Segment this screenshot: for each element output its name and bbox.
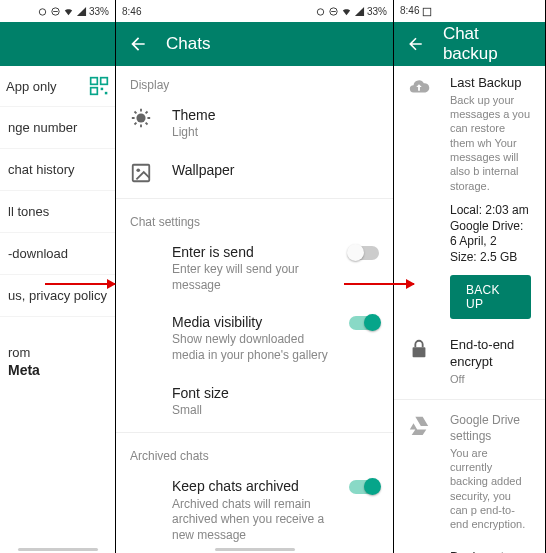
svg-point-13 <box>136 168 140 172</box>
alarm-icon <box>315 6 326 17</box>
battery-text: 33% <box>89 6 109 17</box>
backup-to-gd-row[interactable]: Back up to Google DMonthly <box>394 540 545 553</box>
svg-rect-17 <box>424 8 432 16</box>
wifi-icon <box>341 6 352 17</box>
last-backup-desc: Back up your messages a you can restore … <box>450 93 531 193</box>
google-drive-icon <box>408 414 430 436</box>
cloud-upload-icon <box>408 76 430 98</box>
backup-button[interactable]: BACK UP <box>450 275 531 319</box>
list-item[interactable]: -download <box>0 233 115 275</box>
annotation-arrow <box>45 283 115 285</box>
meta-label: Meta <box>0 362 115 378</box>
section-archived: Archived chats <box>116 437 393 467</box>
font-size-row[interactable]: Font sizeSmall <box>116 374 393 429</box>
divider <box>116 432 393 433</box>
theme-row[interactable]: ThemeLight <box>116 96 393 151</box>
statusbar: 8:46 33% <box>116 0 393 22</box>
media-label: Media visibility <box>172 313 329 331</box>
page-title: Chat backup <box>443 24 533 64</box>
local-time: Local: 2:03 am <box>450 203 531 219</box>
backup-size: Size: 2.5 GB <box>450 250 531 266</box>
statusbar: 33% <box>0 0 115 22</box>
screen-chat-backup: 8:46 Chat backup Last Backup Back up you… <box>394 0 546 553</box>
gdrive-desc: You are currently backing added security… <box>450 446 531 532</box>
e2e-value: Off <box>450 372 531 386</box>
font-value: Small <box>172 403 379 419</box>
keep-toggle[interactable] <box>349 480 379 494</box>
last-backup-row: Last Backup Back up your messages a you … <box>394 66 545 328</box>
appbar <box>0 22 115 66</box>
signal-icon <box>76 6 87 17</box>
appbar: Chat backup <box>394 22 545 66</box>
section-display: Display <box>116 66 393 96</box>
svg-point-11 <box>136 113 145 122</box>
enter-toggle[interactable] <box>349 246 379 260</box>
gdrive-settings-row: Google Drive settingsYou are currently b… <box>394 404 545 540</box>
e2e-label: End-to-end encrypt <box>450 337 531 371</box>
app-only-row[interactable]: App only <box>0 66 115 107</box>
keep-desc: Archived chats will remain archived when… <box>172 497 329 544</box>
font-label: Font size <box>172 384 379 402</box>
media-desc: Show newly downloaded media in your phon… <box>172 332 329 363</box>
wallpaper-label: Wallpaper <box>172 161 379 179</box>
navbar <box>215 548 295 551</box>
wifi-icon <box>63 6 74 17</box>
dnd-icon <box>328 6 339 17</box>
svg-rect-6 <box>101 88 104 91</box>
qr-icon[interactable] <box>89 76 109 96</box>
theme-label: Theme <box>172 106 379 124</box>
divider <box>394 399 545 400</box>
svg-point-0 <box>39 8 45 14</box>
annotation-arrow <box>344 283 414 285</box>
time: 8:46 <box>122 6 141 17</box>
keep-label: Keep chats archived <box>172 477 329 495</box>
image-icon <box>422 7 432 17</box>
battery-text: 33% <box>367 6 387 17</box>
page-title: Chats <box>166 34 210 54</box>
back-icon[interactable] <box>406 34 425 54</box>
lock-icon <box>408 338 430 360</box>
keep-archived-row[interactable]: Keep chats archivedArchived chats will r… <box>116 467 393 553</box>
app-only-label: App only <box>6 79 57 94</box>
wallpaper-row[interactable]: Wallpaper <box>116 151 393 194</box>
theme-value: Light <box>172 125 379 141</box>
alarm-icon <box>37 6 48 17</box>
gdrive-label: Google Drive settings <box>450 413 531 444</box>
list-item[interactable]: ll tones <box>0 191 115 233</box>
svg-point-8 <box>317 8 323 14</box>
list-item[interactable]: chat history <box>0 149 115 191</box>
svg-rect-12 <box>133 165 150 182</box>
drive-date: Google Drive: 6 April, 2 <box>450 219 531 250</box>
theme-icon <box>130 107 152 129</box>
screen-chats: 8:46 33% Chats Display ThemeLight Wallpa… <box>116 0 394 553</box>
buptogd-label: Back up to Google D <box>450 549 531 553</box>
dnd-icon <box>50 6 61 17</box>
svg-rect-18 <box>413 348 426 358</box>
svg-rect-7 <box>105 92 108 95</box>
enter-send-row[interactable]: Enter is sendEnter key will send your me… <box>116 233 393 303</box>
divider <box>116 198 393 199</box>
appbar: Chats <box>116 22 393 66</box>
from-label: rom <box>0 317 115 362</box>
screen-settings-partial: 33% App only nge number chat history ll … <box>0 0 116 553</box>
signal-icon <box>354 6 365 17</box>
back-icon[interactable] <box>128 34 148 54</box>
e2e-row[interactable]: End-to-end encryptOff <box>394 328 545 395</box>
media-toggle[interactable] <box>349 316 379 330</box>
time: 8:46 <box>400 5 432 16</box>
section-chat-settings: Chat settings <box>116 203 393 233</box>
svg-rect-3 <box>91 78 98 85</box>
list-item[interactable]: nge number <box>0 107 115 149</box>
media-visibility-row[interactable]: Media visibilityShow newly downloaded me… <box>116 303 393 373</box>
last-backup-label: Last Backup <box>450 75 531 92</box>
svg-rect-4 <box>101 78 108 85</box>
list-item[interactable]: us, privacy policy <box>0 275 115 317</box>
wallpaper-icon <box>130 162 152 184</box>
enter-desc: Enter key will send your message <box>172 262 329 293</box>
statusbar: 8:46 <box>394 0 545 22</box>
svg-rect-5 <box>91 88 98 95</box>
navbar <box>18 548 98 551</box>
enter-label: Enter is send <box>172 243 329 261</box>
